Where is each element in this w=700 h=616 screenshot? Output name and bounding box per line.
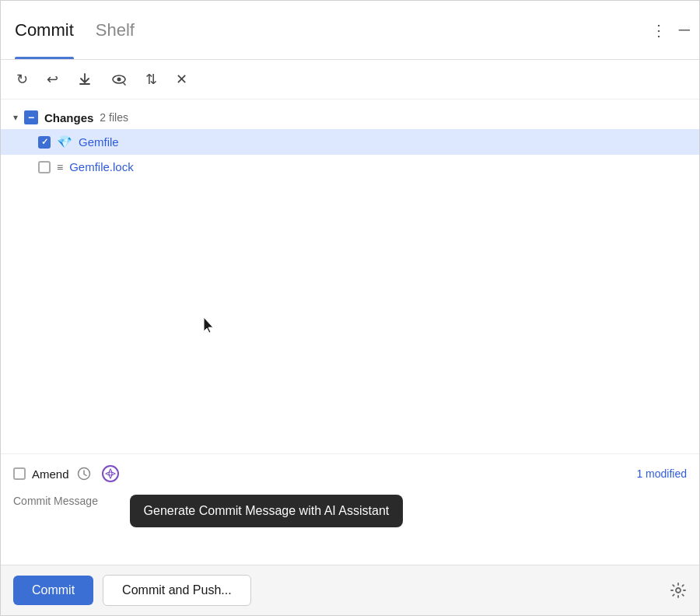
changes-group-header[interactable]: ▾ Changes 2 files	[1, 106, 699, 129]
eye-button[interactable]	[108, 68, 130, 90]
tabs-bar: Commit Shelf ⋮ ─	[1, 1, 699, 60]
expand-button[interactable]: ⇅	[142, 68, 160, 91]
changes-count: 2 files	[100, 111, 128, 124]
gemfile-lock-name: Gemfile.lock	[69, 160, 134, 173]
main-panel: Commit Shelf ⋮ ─ ↻ ↩	[0, 0, 700, 616]
tree-item-gemfile-lock[interactable]: ≡ Gemfile.lock	[1, 155, 699, 179]
settings-button[interactable]	[670, 582, 687, 599]
chevron-down-icon: ▾	[13, 112, 18, 123]
history-button[interactable]	[75, 465, 93, 482]
more-icon: ⋮	[651, 21, 667, 40]
gear-icon	[670, 582, 687, 599]
text-file-icon: ≡	[57, 161, 63, 173]
amend-row: Amend Generate Commit Message with AI As…	[13, 464, 687, 484]
collapse-button[interactable]: ✕	[173, 68, 191, 91]
update-button[interactable]	[74, 68, 96, 90]
gemfile-checkbox[interactable]	[38, 136, 51, 149]
undo-button[interactable]: ↩	[44, 68, 61, 91]
minimize-icon: ─	[679, 21, 690, 39]
ai-assist-button[interactable]: Generate Commit Message with AI Assistan…	[99, 464, 122, 484]
ruby-icon: 💎	[57, 135, 72, 149]
tree-item-gemfile[interactable]: 💎 Gemfile	[1, 129, 699, 155]
changes-group-icon	[24, 110, 38, 124]
gemfile-name: Gemfile	[79, 135, 119, 149]
amend-label: Amend	[32, 467, 69, 481]
minimize-button[interactable]: ─	[676, 18, 693, 42]
tabs-actions: ⋮ ─	[648, 18, 693, 43]
svg-point-3	[676, 588, 681, 593]
changes-label: Changes	[44, 111, 93, 124]
footer: Commit Commit and Push...	[1, 565, 699, 615]
tab-shelf[interactable]: Shelf	[88, 1, 149, 59]
refresh-button[interactable]: ↻	[13, 68, 31, 91]
toolbar: ↻ ↩ ⇅ ✕	[1, 60, 699, 100]
gemfile-lock-checkbox[interactable]	[38, 161, 51, 173]
tree-items: 💎 Gemfile ≡ Gemfile.lock	[1, 129, 699, 179]
bottom-section: Amend Generate Commit Message with AI As…	[1, 453, 699, 565]
commit-and-push-button[interactable]: Commit and Push...	[103, 575, 251, 606]
file-tree: ▾ Changes 2 files 💎 Gemfile ≡ Gemfile.lo…	[1, 100, 699, 453]
commit-button[interactable]: Commit	[13, 576, 93, 605]
more-options-button[interactable]: ⋮	[648, 18, 670, 43]
modified-count: 1 modified	[636, 467, 687, 480]
ai-icon	[102, 465, 119, 482]
tab-commit[interactable]: Commit	[7, 1, 88, 59]
svg-point-1	[117, 78, 121, 82]
amend-checkbox[interactable]	[13, 467, 26, 480]
commit-message-input[interactable]	[13, 492, 687, 562]
